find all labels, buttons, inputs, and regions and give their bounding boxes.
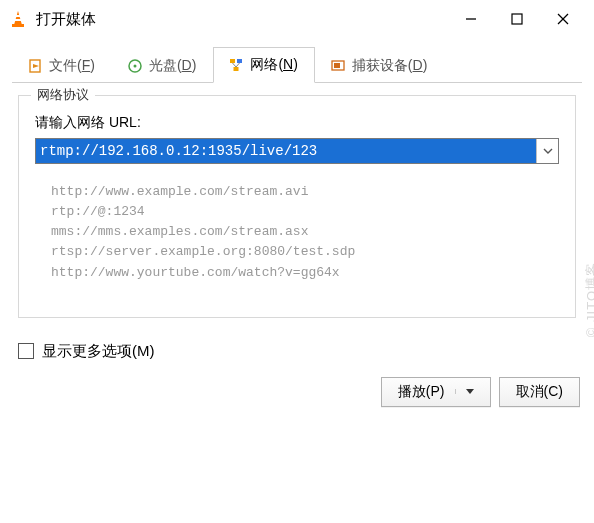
more-options-checkbox[interactable] bbox=[18, 343, 34, 359]
example-url: http://www.yourtube.com/watch?v=gg64x bbox=[51, 263, 555, 283]
maximize-button[interactable] bbox=[494, 4, 540, 34]
example-url: mms://mms.examples.com/stream.asx bbox=[51, 222, 555, 242]
titlebar: 打开媒体 bbox=[0, 0, 594, 38]
chevron-down-icon bbox=[543, 148, 553, 154]
svg-rect-1 bbox=[12, 24, 24, 27]
play-dropdown-arrow[interactable] bbox=[455, 389, 474, 394]
dialog-button-row: 播放(P) 取消(C) bbox=[0, 377, 594, 413]
svg-marker-9 bbox=[33, 64, 39, 68]
more-options-row: 显示更多选项(M) bbox=[18, 342, 576, 361]
svg-rect-3 bbox=[14, 19, 21, 21]
svg-marker-0 bbox=[14, 11, 22, 25]
disc-icon bbox=[127, 58, 143, 74]
svg-line-15 bbox=[233, 63, 237, 67]
capture-icon bbox=[330, 58, 346, 74]
close-button[interactable] bbox=[540, 4, 586, 34]
triangle-down-icon bbox=[466, 389, 474, 394]
watermark: © JITO博客 bbox=[583, 262, 594, 337]
tab-file-label: 文件( bbox=[49, 57, 82, 73]
svg-rect-5 bbox=[512, 14, 522, 24]
tab-disc-label: 光盘( bbox=[149, 57, 182, 73]
svg-line-16 bbox=[236, 63, 240, 67]
svg-rect-18 bbox=[334, 63, 340, 68]
play-button[interactable]: 播放(P) bbox=[381, 377, 491, 407]
tab-file[interactable]: 文件(F) bbox=[12, 47, 112, 83]
network-icon bbox=[228, 57, 244, 73]
url-label: 请输入网络 URL: bbox=[35, 114, 559, 132]
file-icon bbox=[27, 58, 43, 74]
minimize-button[interactable] bbox=[448, 4, 494, 34]
window-title: 打开媒体 bbox=[36, 10, 96, 29]
group-legend: 网络协议 bbox=[31, 86, 95, 104]
cancel-button[interactable]: 取消(C) bbox=[499, 377, 580, 407]
tab-disc[interactable]: 光盘(D) bbox=[112, 47, 213, 83]
tab-capture-label: 捕获设备( bbox=[352, 57, 413, 73]
svg-marker-19 bbox=[466, 389, 474, 394]
tab-bar: 文件(F) 光盘(D) 网络(N) 捕获设备(D) bbox=[0, 38, 594, 83]
url-combobox[interactable] bbox=[35, 138, 559, 164]
tab-network[interactable]: 网络(N) bbox=[213, 47, 314, 83]
svg-point-11 bbox=[133, 64, 136, 67]
url-dropdown-button[interactable] bbox=[536, 139, 558, 163]
url-input[interactable] bbox=[36, 139, 536, 163]
svg-rect-12 bbox=[230, 59, 235, 63]
svg-rect-14 bbox=[234, 67, 239, 71]
vlc-app-icon bbox=[8, 9, 28, 29]
more-options-label: 显示更多选项(M) bbox=[42, 342, 155, 361]
svg-rect-2 bbox=[15, 15, 21, 17]
tab-network-label: 网络( bbox=[250, 56, 283, 72]
tab-capture[interactable]: 捕获设备(D) bbox=[315, 47, 444, 83]
network-protocol-group: 网络协议 请输入网络 URL: http://www.example.com/s… bbox=[18, 95, 576, 318]
example-url: rtsp://server.example.org:8080/test.sdp bbox=[51, 242, 555, 262]
example-urls: http://www.example.com/stream.avi rtp://… bbox=[51, 182, 555, 283]
example-url: rtp://@:1234 bbox=[51, 202, 555, 222]
svg-rect-13 bbox=[237, 59, 242, 63]
example-url: http://www.example.com/stream.avi bbox=[51, 182, 555, 202]
